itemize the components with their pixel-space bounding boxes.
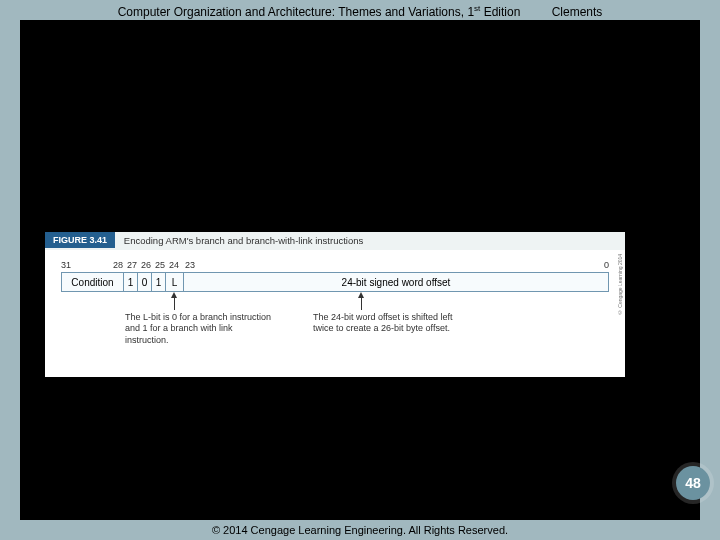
figure-header: FIGURE 3.41 Encoding ARM's branch and br…	[45, 232, 625, 250]
field-bit25: 1	[152, 273, 166, 291]
page-number-badge: 48	[676, 466, 710, 500]
bit-27: 27	[127, 260, 137, 270]
arrow-to-L	[174, 296, 175, 310]
bit-28: 28	[113, 260, 123, 270]
figure-panel: FIGURE 3.41 Encoding ARM's branch and br…	[45, 232, 625, 377]
bit-23: 23	[185, 260, 195, 270]
author-name: Clements	[552, 5, 603, 19]
field-offset: 24-bit signed word offset	[184, 273, 608, 291]
annotation-area: The L-bit is 0 for a branch instruction …	[61, 296, 609, 356]
slide-footer: © 2014 Cengage Learning Engineering. All…	[0, 524, 720, 536]
book-title-suffix: Edition	[480, 5, 520, 19]
field-bit26: 0	[138, 273, 152, 291]
bit-31: 31	[61, 260, 71, 270]
bit-26: 26	[141, 260, 151, 270]
arrow-to-offset	[361, 296, 362, 310]
bit-24: 24	[169, 260, 179, 270]
figure-caption: Encoding ARM's branch and branch-with-li…	[124, 235, 363, 246]
book-title-prefix: Computer Organization and Architecture: …	[118, 5, 474, 19]
bit-index-row: 31 28 27 26 25 24 23 0	[61, 260, 609, 272]
note-offset: The 24-bit word offset is shifted left t…	[313, 312, 463, 335]
field-condition: Condition	[62, 273, 124, 291]
figure-label: FIGURE 3.41	[45, 232, 115, 248]
page-number: 48	[685, 475, 701, 491]
slide-body: FIGURE 3.41 Encoding ARM's branch and br…	[20, 20, 700, 520]
field-bit27: 1	[124, 273, 138, 291]
encoding-row: Condition 1 0 1 L 24-bit signed word off…	[61, 272, 609, 292]
bit-0: 0	[604, 260, 609, 270]
bit-25: 25	[155, 260, 165, 270]
note-L-bit: The L-bit is 0 for a branch instruction …	[125, 312, 275, 346]
field-L: L	[166, 273, 184, 291]
figure-credit: © Cengage Learning 2014	[617, 254, 623, 315]
copyright-text: © 2014 Cengage Learning Engineering. All…	[212, 524, 508, 536]
slide-header: Computer Organization and Architecture: …	[0, 4, 720, 19]
